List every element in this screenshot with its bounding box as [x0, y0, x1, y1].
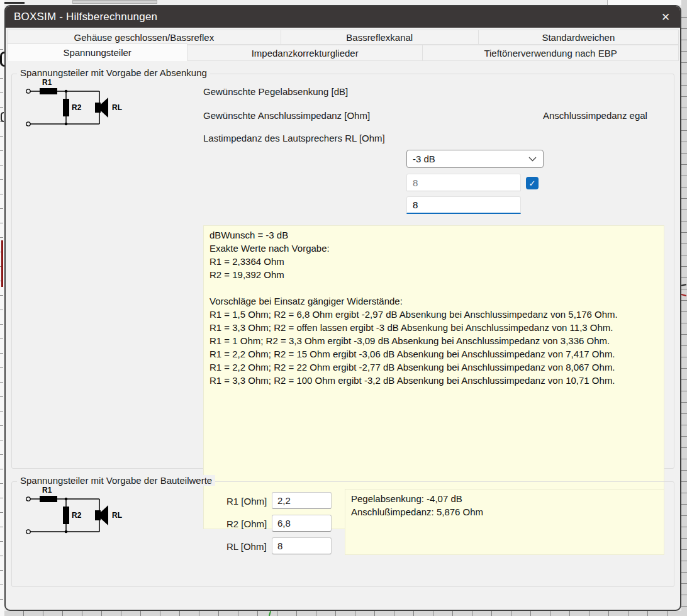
- result-line: Exakte Werte nach Vorgabe:: [209, 242, 658, 255]
- result-line: dBWunsch = -3 dB: [209, 228, 658, 242]
- background-window-top-edge: [4, 0, 681, 5]
- close-icon: ✕: [661, 11, 670, 24]
- rl-ohm-label: RL [Ohm]: [226, 541, 267, 552]
- result-line: R1 = 1 Ohm; R2 = 3,3 Ohm ergibt -3,09 dB…: [209, 334, 658, 347]
- lastimpedanz-input[interactable]: 8: [406, 196, 521, 214]
- background-curve-fragment: [1, 240, 3, 287]
- tab-label: Bassreflexkanal: [346, 32, 413, 43]
- tab-row-1: Gehäuse geschlossen/Bassreflex Bassrefle…: [7, 30, 679, 45]
- voltage-divider-circuit-diagram: R1 R2 RL: [24, 77, 125, 134]
- group-title: Spannungsteiler mit Vorgabe der Absenkun…: [17, 67, 210, 78]
- anschlussimpedanz-input[interactable]: 8: [406, 174, 521, 191]
- background-axis-ticks: [681, 6, 687, 610]
- input-value: 2,2: [277, 495, 291, 506]
- circuit-label-r1: R1: [42, 486, 52, 495]
- bauteilwerte-result-box: Pegelabsenkung: -4,07 dBAnschlußimpedanz…: [345, 489, 664, 555]
- tab-bassreflexkanal[interactable]: Bassreflexkanal: [281, 30, 479, 45]
- background-window-fragment: [607, 0, 681, 5]
- input-value: 6,8: [277, 518, 291, 529]
- background-window-bottom-edge: [4, 611, 681, 616]
- anschlussimpedanz-egal-checkbox[interactable]: ✓: [526, 177, 539, 189]
- pegelabsenkung-dropdown[interactable]: -3 dB: [406, 150, 544, 168]
- r2-ohm-input[interactable]: 6,8: [272, 515, 332, 532]
- circuit-label-r2: R2: [72, 103, 82, 112]
- group-absenkung: Spannungsteiler mit Vorgabe der Absenkun…: [11, 74, 674, 469]
- tab-label: Standardweichen: [542, 32, 615, 43]
- tab-tieftoenerverwendung-nach-ebp[interactable]: Tieftönerverwendung nach EBP: [423, 45, 679, 61]
- result-line: Anschlußimpedanz: 5,876 Ohm: [351, 505, 658, 518]
- anschlussimpedanz-egal-label[interactable]: Anschlussimpedanz egal: [543, 110, 647, 121]
- result-line: R1 = 2,3364 Ohm: [209, 255, 658, 268]
- result-line: R1 = 1,5 Ohm; R2 = 6,8 Ohm ergibt -2,97 …: [209, 308, 658, 321]
- window-title: BOXSIM - Hilfsberechnungen: [6, 11, 157, 23]
- pegelabsenkung-label: Gewünschte Pegelabsenkung [dB]: [203, 86, 348, 97]
- result-line: R1 = 3,3 Ohm; R2 = 100 Ohm ergibt -3,2 d…: [209, 374, 658, 387]
- rl-ohm-input[interactable]: 8: [272, 537, 332, 554]
- circuit-label-rl: RL: [112, 103, 122, 112]
- tab-spannungsteiler[interactable]: Spannungsteiler: [7, 43, 187, 61]
- group-bauteilwerte: Spannungsteiler mit Vorgabe der Bauteilw…: [11, 481, 674, 587]
- input-value: 8: [413, 177, 418, 188]
- tab-label: Impedanzkorrekturglieder: [252, 48, 359, 59]
- voltage-divider-circuit-diagram: R1 R2 RL: [24, 485, 125, 542]
- background-window-right-edge: [681, 0, 687, 616]
- titlebar[interactable]: BOXSIM - Hilfsberechnungen: [6, 6, 680, 28]
- result-line: R1 = 3,3 Ohm; R2 = offen lassen ergibt -…: [209, 321, 658, 334]
- group-title: Spannungsteiler mit Vorgabe der Bauteilw…: [17, 475, 215, 486]
- checkmark-icon: ✓: [529, 179, 536, 188]
- background-text-fragment: [0, 52, 4, 67]
- background-window-left-edge: [0, 0, 4, 616]
- hilfsberechnungen-dialog: BOXSIM - Hilfsberechnungen ✕ Gehäuse ges…: [4, 5, 681, 611]
- chevron-down-icon: [528, 157, 537, 162]
- tab-gehaeuse-geschlossen-bassreflex[interactable]: Gehäuse geschlossen/Bassreflex: [7, 30, 281, 45]
- r1-ohm-label: R1 [Ohm]: [226, 496, 267, 507]
- r2-ohm-label: R2 [Ohm]: [226, 518, 267, 529]
- lastimpedanz-label: Lastimpedanz des Lautsprechers RL [Ohm]: [203, 133, 385, 143]
- tab-label: Spannungsteiler: [63, 47, 131, 58]
- result-line: R1 = 2,2 Ohm; R2 = 22 Ohm ergibt -2,77 d…: [209, 361, 658, 374]
- tab-label: Gehäuse geschlossen/Bassreflex: [74, 32, 215, 43]
- circuit-label-r1: R1: [42, 78, 52, 87]
- input-value: 8: [413, 199, 418, 210]
- background-text-fragment: [1, 112, 4, 122]
- result-line: R1 = 2,2 Ohm; R2 = 15 Ohm ergibt -3,06 d…: [209, 347, 658, 361]
- background-line-fragment: [4, 2, 25, 4]
- r1-ohm-input[interactable]: 2,2: [272, 492, 332, 509]
- circuit-label-r2: R2: [72, 511, 82, 520]
- background-window-fragment: [72, 0, 157, 4]
- result-line: [209, 281, 658, 294]
- tab-impedanzkorrekturglieder[interactable]: Impedanzkorrekturglieder: [187, 45, 423, 61]
- tab-row-2: Spannungsteiler Impedanzkorrekturglieder…: [7, 45, 679, 61]
- anschlussimpedanz-label: Gewünschte Anschlussimpedanz [Ohm]: [203, 110, 370, 121]
- tab-standardweichen[interactable]: Standardweichen: [479, 30, 679, 45]
- dropdown-value: -3 dB: [407, 154, 528, 164]
- input-value: 8: [277, 540, 282, 551]
- result-line: R2 = 19,392 Ohm: [209, 268, 658, 281]
- result-line: Vorschläge bei Einsatz gängiger Widerstä…: [209, 294, 658, 308]
- tab-label: Tieftönerverwendung nach EBP: [484, 48, 617, 59]
- close-button[interactable]: ✕: [651, 6, 680, 28]
- result-line: Pegelabsenkung: -4,07 dB: [351, 492, 658, 505]
- circuit-label-rl: RL: [112, 511, 122, 520]
- background-curve-fragment: [269, 611, 271, 616]
